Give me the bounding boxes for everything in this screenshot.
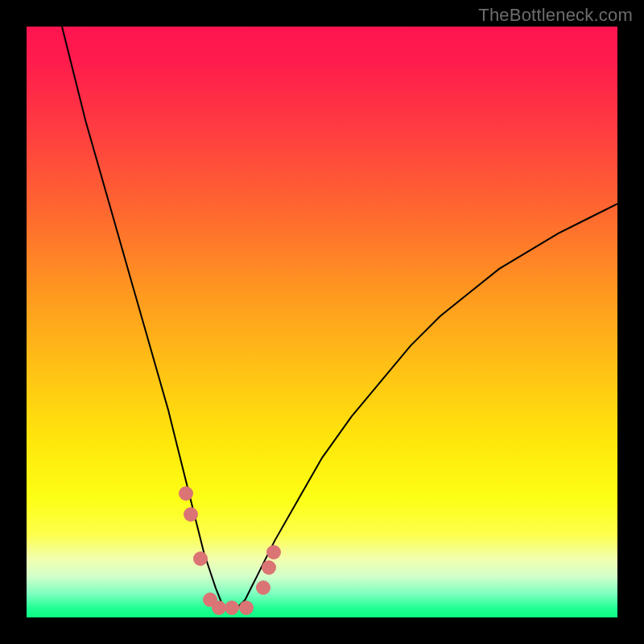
marker-dot — [266, 545, 281, 559]
marker-dot — [239, 601, 254, 615]
marker-dot — [184, 507, 198, 522]
marker-dot — [193, 551, 208, 566]
plot-area — [27, 27, 617, 617]
watermark-text: TheBottleneck.com — [478, 5, 633, 26]
chart-frame: TheBottleneck.com — [0, 0, 644, 644]
marker-dot — [262, 560, 276, 575]
marker-dot — [225, 601, 239, 615]
marker-dot — [256, 580, 270, 595]
marker-dot — [179, 486, 193, 501]
marker-layer — [27, 27, 617, 617]
